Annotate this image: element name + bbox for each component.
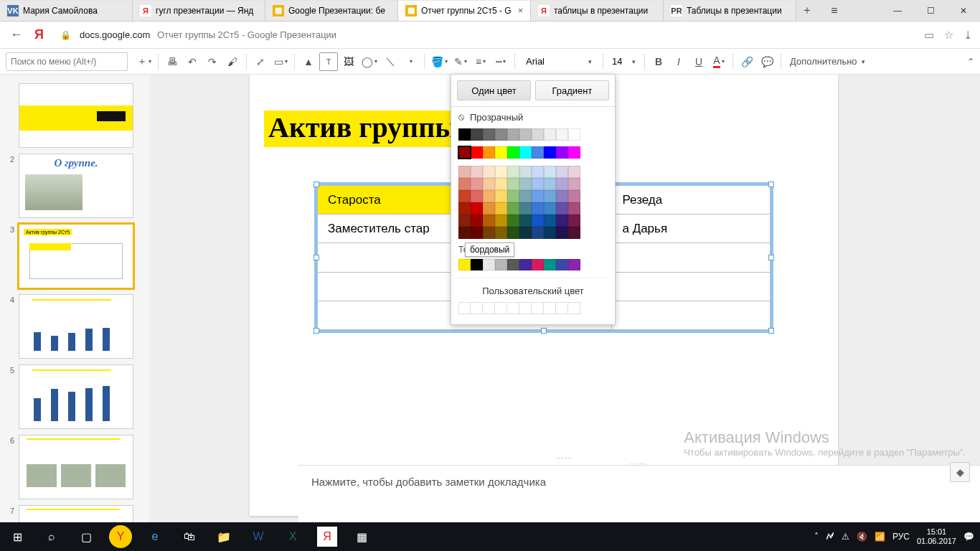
zoom-fit-button[interactable]: ▭: [271, 52, 290, 71]
table-cell[interactable]: а Дарья: [612, 215, 771, 243]
close-window-button[interactable]: ✕: [947, 0, 980, 22]
color-swatch[interactable]: [556, 128, 568, 141]
color-swatch[interactable]: [568, 178, 580, 190]
theme-color-swatch[interactable]: [519, 259, 532, 270]
canvas-splitter-handle[interactable]: ⋯⋯: [556, 454, 573, 462]
bold-button[interactable]: B: [649, 52, 668, 71]
browser-menu-button[interactable]: ≡: [818, 4, 851, 17]
slide-thumbnail[interactable]: О группе.: [19, 154, 133, 218]
border-color-button[interactable]: ✎: [451, 52, 470, 71]
color-swatch[interactable]: [471, 215, 483, 227]
color-swatch[interactable]: [532, 146, 544, 159]
task-view-button[interactable]: ▢: [69, 522, 103, 551]
yandex-taskbar-icon[interactable]: Я: [317, 527, 337, 547]
color-swatch[interactable]: [458, 202, 471, 215]
color-swatch[interactable]: [544, 202, 556, 215]
color-swatch[interactable]: [568, 146, 580, 159]
select-tool[interactable]: ▲: [299, 52, 318, 71]
theme-color-swatch[interactable]: [532, 259, 544, 270]
theme-color-swatch[interactable]: [483, 259, 495, 270]
image-tool[interactable]: 🖼: [339, 52, 358, 71]
clock[interactable]: 15:0101.06.2017: [917, 527, 956, 546]
explorer-taskbar-icon[interactable]: 📁: [207, 522, 241, 551]
color-swatch[interactable]: [544, 146, 556, 159]
color-swatch[interactable]: [495, 146, 507, 159]
color-swatch[interactable]: [507, 227, 519, 239]
recent-color-slot[interactable]: [483, 302, 495, 314]
color-swatch[interactable]: [544, 166, 556, 178]
gradient-tab[interactable]: Градиент: [535, 80, 609, 100]
color-swatch[interactable]: [483, 190, 495, 202]
color-swatch[interactable]: [507, 202, 519, 215]
color-swatch[interactable]: [556, 227, 568, 239]
color-swatch[interactable]: [471, 190, 483, 202]
recent-color-slot[interactable]: [532, 302, 544, 314]
bookmark-icon[interactable]: ☆: [944, 29, 953, 42]
insert-comment-button[interactable]: 💬: [758, 52, 776, 71]
color-swatch[interactable]: [544, 227, 556, 239]
color-swatch[interactable]: [519, 128, 532, 141]
table-cell[interactable]: [612, 301, 771, 329]
fill-color-button[interactable]: 🪣: [429, 52, 450, 71]
color-swatch[interactable]: [495, 178, 507, 190]
recent-color-slot[interactable]: [495, 302, 507, 314]
url-display[interactable]: docs.google.com Отчет группы 2Ст5 - Goog…: [80, 29, 915, 40]
table-cell[interactable]: [612, 243, 771, 272]
action-center-icon[interactable]: 💬: [963, 532, 974, 542]
color-swatch[interactable]: [519, 227, 532, 239]
slide-title[interactable]: Актив группы: [264, 110, 464, 147]
color-swatch[interactable]: [495, 190, 507, 202]
color-swatch[interactable]: [483, 166, 495, 178]
table-cell[interactable]: [612, 272, 771, 301]
theme-color-swatch[interactable]: [568, 259, 580, 270]
color-swatch[interactable]: [556, 202, 568, 215]
color-swatch[interactable]: [507, 215, 519, 227]
color-swatch[interactable]: [458, 166, 471, 178]
theme-color-swatch[interactable]: [471, 259, 483, 270]
underline-button[interactable]: U: [689, 52, 708, 71]
line-tool[interactable]: ＼: [381, 52, 400, 71]
color-swatch[interactable]: [495, 128, 507, 141]
volume-icon[interactable]: 🔇: [857, 532, 867, 542]
color-swatch[interactable]: [458, 178, 471, 190]
redo-button[interactable]: ↷: [203, 52, 222, 71]
browser-tab[interactable]: Ятаблицы в презентации: [531, 1, 664, 21]
translate-icon[interactable]: ▭: [924, 29, 934, 42]
browser-tab[interactable]: ▦Отчет группы 2Ст5 - G×: [398, 1, 531, 21]
shape-tool[interactable]: ◯: [359, 52, 380, 71]
textbox-tool[interactable]: T: [319, 52, 338, 71]
insert-link-button[interactable]: 🔗: [738, 52, 756, 71]
color-swatch[interactable]: [519, 202, 532, 215]
color-swatch[interactable]: [544, 128, 556, 141]
color-swatch[interactable]: [458, 128, 471, 141]
recent-color-slot[interactable]: [458, 302, 471, 314]
color-swatch[interactable]: [483, 146, 495, 159]
recent-color-slot[interactable]: [568, 302, 580, 314]
speaker-notes[interactable]: ⋯⋯ Нажмите, чтобы добавить заметки докла…: [298, 465, 980, 522]
color-swatch[interactable]: [507, 146, 519, 159]
downloads-icon[interactable]: ⤓: [963, 29, 973, 42]
color-swatch[interactable]: [495, 227, 507, 239]
color-swatch[interactable]: [519, 178, 532, 190]
slide-thumbnail[interactable]: [19, 294, 133, 359]
color-swatch[interactable]: [507, 166, 519, 178]
theme-color-swatch[interactable]: [495, 259, 507, 270]
color-swatch[interactable]: [458, 146, 471, 159]
more-menu[interactable]: Дополнительно: [790, 56, 865, 67]
color-swatch[interactable]: [556, 215, 568, 227]
color-swatch[interactable]: [532, 202, 544, 215]
text-color-button[interactable]: A: [710, 52, 728, 71]
battery-icon[interactable]: 🗲: [826, 532, 834, 542]
theme-color-swatch[interactable]: [544, 259, 556, 270]
transparent-option[interactable]: ⦸ Прозрачный: [451, 107, 615, 127]
language-indicator[interactable]: РУС: [892, 532, 910, 542]
edge-taskbar-icon[interactable]: e: [138, 522, 172, 551]
maximize-button[interactable]: ☐: [914, 0, 947, 22]
tray-expand-icon[interactable]: ˄: [814, 532, 819, 542]
color-swatch[interactable]: [532, 178, 544, 190]
print-button[interactable]: 🖶: [163, 52, 182, 71]
color-swatch[interactable]: [556, 166, 568, 178]
recent-color-slot[interactable]: [556, 302, 568, 314]
recent-color-slot[interactable]: [519, 302, 532, 314]
color-swatch[interactable]: [483, 227, 495, 239]
